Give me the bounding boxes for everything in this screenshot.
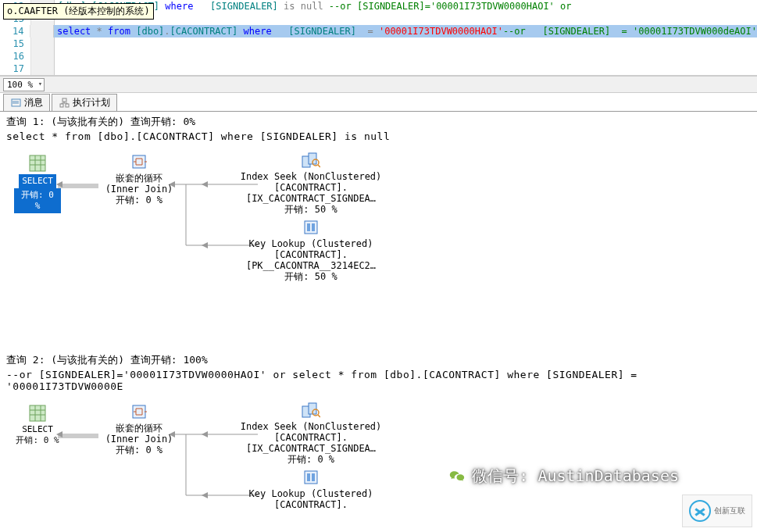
svg-rect-22: [312, 223, 315, 231]
index-seek-icon: [209, 402, 412, 419]
code-content[interactable]: [55, 37, 757, 50]
line-number: 15: [0, 37, 31, 50]
query1-lookup-l1: Key Lookup (Clustered): [209, 238, 412, 249]
query1-plan-canvas: SELECT 开销: 0 % 嵌套的循环 (Inner Join) 开销: 0 …: [0, 147, 757, 287]
brand-logo: 创新互联: [682, 495, 752, 527]
select-result-icon: [14, 405, 61, 422]
query1-index-seek-node[interactable]: Index Seek (NonClustered) [CACONTRACT].[…: [209, 152, 412, 215]
query1-loop-l3: 开销: 0 %: [100, 195, 178, 205]
svg-rect-4: [60, 104, 63, 107]
query2-select-node[interactable]: SELECT 开销: 0 %: [14, 405, 61, 446]
query2-seek-l3: 开销: 0 %: [209, 454, 412, 465]
code-content[interactable]: select * from [dbo].[CACONTRACT] where […: [54, 25, 757, 37]
query1-key-lookup-node[interactable]: Key Lookup (Clustered) [CACONTRACT].[PK_…: [209, 219, 412, 282]
code-content[interactable]: [55, 12, 757, 25]
tab-plan-label: 执行计划: [73, 96, 110, 109]
key-lookup-icon: [209, 219, 412, 236]
wechat-icon: [447, 466, 467, 487]
editor-line[interactable]: 17: [0, 62, 757, 75]
version-control-tooltip: o.CAAFTER (经版本控制的系统): [3, 3, 154, 20]
index-seek-icon: [209, 152, 412, 169]
zoom-dropdown[interactable]: 100 %: [3, 78, 45, 91]
query2-loop-l1: 嵌套的循环: [100, 423, 178, 434]
svg-rect-10: [30, 155, 45, 171]
query2-select-cost: 开销: 0 %: [14, 435, 61, 446]
nested-loop-icon: [100, 153, 178, 170]
key-lookup-icon: [209, 469, 412, 486]
execution-plan-area[interactable]: 查询 1: (与该批有关的) 查询开销: 0% select * from [d…: [0, 112, 757, 510]
svg-rect-3: [62, 98, 66, 102]
code-content[interactable]: [dbo].[CACONTRACT] where [SIGNDEALER] is…: [55, 0, 757, 12]
query1-nested-loop-node[interactable]: 嵌套的循环 (Inner Join) 开销: 0 %: [100, 153, 178, 205]
svg-rect-21: [307, 223, 310, 231]
svg-rect-5: [66, 104, 69, 107]
brand-x-icon: [689, 500, 711, 522]
query1-lookup-l2: [CACONTRACT].[PK__CACONTRA__3214EC2…: [209, 249, 412, 271]
wechat-watermark: 微信号: AustinDatabases: [447, 466, 679, 487]
svg-rect-20: [305, 221, 317, 234]
code-content[interactable]: [55, 62, 757, 75]
nested-loop-icon: [100, 403, 178, 420]
tab-messages-label: 消息: [24, 96, 43, 109]
editor-margin: [30, 25, 54, 37]
query2-seek-l1: Index Seek (NonClustered): [209, 421, 412, 432]
query1-sql: select * from [dbo].[CACONTRACT] where […: [0, 130, 757, 147]
query2-plan-canvas: SELECT 开销: 0 % 嵌套的循环 (Inner Join) 开销: 0 …: [0, 397, 757, 510]
svg-rect-33: [305, 471, 317, 484]
query1-seek-l2: [CACONTRACT].[IX_CACONTRACT_SIGNDEA…: [209, 182, 412, 204]
brand-text: 创新互联: [714, 505, 745, 516]
svg-rect-35: [312, 473, 315, 481]
svg-rect-23: [30, 405, 45, 421]
results-tabs: 消息 执行计划: [0, 93, 757, 112]
query1-select-cost: 开销: 0 %: [14, 188, 61, 213]
messages-icon: [10, 98, 21, 109]
zoom-bar: 100 %: [0, 76, 757, 93]
line-number: 17: [0, 62, 31, 75]
tab-messages[interactable]: 消息: [3, 94, 50, 111]
editor-line[interactable]: 15: [0, 37, 757, 50]
query1-header: 查询 1: (与该批有关的) 查询开销: 0%: [0, 112, 757, 130]
query2-loop-l3: 开销: 0 %: [100, 445, 178, 455]
query1-seek-l3: 开销: 50 %: [209, 204, 412, 215]
query1-seek-l1: Index Seek (NonClustered): [209, 171, 412, 182]
editor-margin: [31, 37, 55, 50]
editor-margin: [31, 50, 55, 62]
editor-line[interactable]: 16: [0, 50, 757, 62]
editor-margin: [31, 62, 55, 75]
svg-rect-34: [307, 473, 310, 481]
line-number: 16: [0, 50, 31, 62]
query1-select-node[interactable]: SELECT 开销: 0 %: [14, 155, 61, 213]
query1-loop-l1: 嵌套的循环: [100, 173, 178, 184]
query2-loop-l2: (Inner Join): [100, 434, 178, 445]
query2-header: 查询 2: (与该批有关的) 查询开销: 100%: [0, 350, 757, 369]
query2-key-lookup-node[interactable]: Key Lookup (Clustered) [CACONTRACT].[PK_…: [209, 469, 412, 510]
query1-lookup-l3: 开销: 50 %: [209, 271, 412, 282]
wechat-text: 微信号: AustinDatabases: [472, 466, 679, 487]
query2-lookup-l2: [CACONTRACT].[PK__CACONTRA__3214EC2…: [209, 499, 412, 510]
query1-loop-l2: (Inner Join): [100, 184, 178, 195]
query2-sql: --or [SIGNDEALER]='00001I73TDVW0000HAOI'…: [0, 369, 757, 397]
line-number: 14: [0, 25, 30, 37]
code-content[interactable]: [55, 50, 757, 62]
plan-icon: [59, 98, 70, 109]
query2-select-label: SELECT: [14, 424, 61, 435]
query2-nested-loop-node[interactable]: 嵌套的循环 (Inner Join) 开销: 0 %: [100, 403, 178, 455]
query2-lookup-l1: Key Lookup (Clustered): [209, 488, 412, 499]
select-result-icon: [14, 155, 61, 172]
svg-line-32: [318, 415, 320, 417]
svg-line-19: [318, 165, 320, 167]
tab-execution-plan[interactable]: 执行计划: [52, 94, 117, 111]
query2-index-seek-node[interactable]: Index Seek (NonClustered) [CACONTRACT].[…: [209, 402, 412, 465]
query1-select-label: SELECT: [19, 174, 56, 188]
query2-seek-l2: [CACONTRACT].[IX_CACONTRACT_SIGNDEA…: [209, 432, 412, 454]
editor-line[interactable]: 14select * from [dbo].[CACONTRACT] where…: [0, 25, 757, 37]
